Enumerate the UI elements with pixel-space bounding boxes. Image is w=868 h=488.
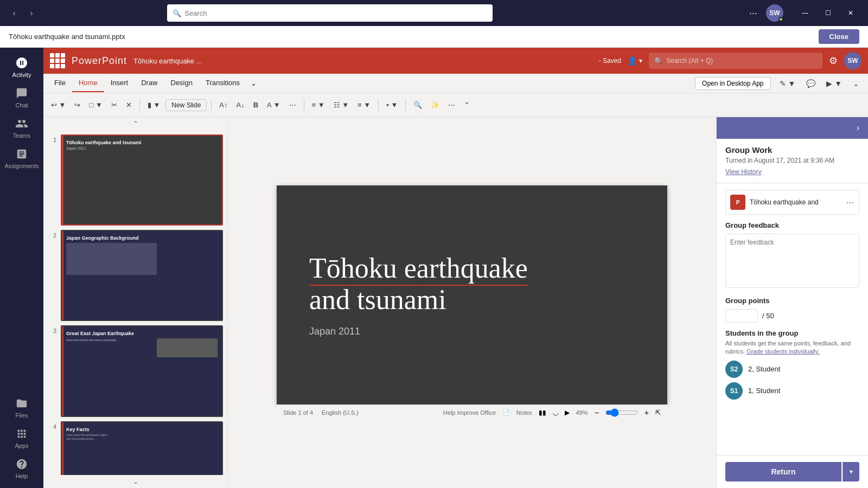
ribbon-actions: ✎ ▼ 💬 ▶ ▼ ⌄ bbox=[775, 77, 864, 90]
align-button[interactable]: ≡ ▼ bbox=[354, 99, 374, 111]
slide-red-bar-1 bbox=[62, 136, 63, 224]
notes-icon[interactable]: 📄 bbox=[502, 409, 510, 416]
slide-thumb-2[interactable]: Japan Geographic Background bbox=[61, 230, 223, 321]
ribbon-tab-draw[interactable]: Draw bbox=[135, 74, 164, 92]
slide-thumb-4[interactable]: Key Facts Facts about the earthquake reg… bbox=[61, 421, 223, 475]
redo-button[interactable]: ↪ bbox=[71, 99, 84, 111]
view-toggle-button[interactable]: ▮▮ bbox=[539, 409, 546, 416]
shapes-button[interactable]: ▪ ▼ bbox=[383, 99, 401, 111]
bullets-button[interactable]: ≡ ▼ bbox=[309, 99, 328, 111]
scroll-down-arrow[interactable]: ⌄ bbox=[43, 475, 227, 488]
ribbon-tab-insert[interactable]: Insert bbox=[104, 74, 135, 92]
sidebar-item-files[interactable]: Files bbox=[2, 393, 41, 423]
comment-button[interactable]: 💬 bbox=[802, 77, 820, 90]
avatar[interactable]: SW bbox=[766, 4, 783, 22]
feedback-textarea[interactable] bbox=[725, 234, 859, 288]
forward-button[interactable]: › bbox=[24, 5, 39, 21]
close-button[interactable]: ✕ bbox=[840, 5, 861, 21]
animation-button[interactable]: ✨ bbox=[427, 99, 443, 111]
assignments-icon bbox=[15, 147, 28, 160]
points-input[interactable] bbox=[725, 309, 758, 323]
grade-individually-link[interactable]: Grade students individually. bbox=[746, 348, 819, 355]
sidebar-item-teams[interactable]: Teams bbox=[2, 113, 41, 143]
help-icon bbox=[15, 458, 28, 471]
maximize-button[interactable]: ☐ bbox=[817, 5, 839, 21]
zoom-slider[interactable] bbox=[605, 408, 638, 417]
zoom-in-button[interactable]: + bbox=[644, 408, 649, 417]
ribbon-tab-home[interactable]: Home bbox=[72, 74, 104, 92]
slide-sorter-button[interactable]: ◡ bbox=[553, 409, 558, 416]
sidebar-item-help[interactable]: Help bbox=[2, 453, 41, 484]
student-initials-s1: S1 bbox=[730, 387, 738, 395]
ppt-search-bar[interactable]: 🔍 bbox=[649, 53, 822, 69]
slide-scroll-area[interactable]: 1 Tōhoku earthquake and tsunami Japan 20… bbox=[43, 130, 227, 475]
teams-icon bbox=[15, 117, 28, 130]
search-toolbar-button[interactable]: 🔍 bbox=[410, 99, 425, 111]
points-max: / 50 bbox=[762, 312, 774, 320]
cut-button[interactable]: ✂ bbox=[108, 99, 120, 111]
fit-button[interactable]: ⇱ bbox=[655, 409, 661, 416]
font-size-down-button[interactable]: A↓ bbox=[233, 99, 248, 111]
grid-icon[interactable] bbox=[50, 53, 65, 68]
ribbon-tab-file[interactable]: File bbox=[48, 74, 72, 92]
slide-red-bar-3 bbox=[62, 326, 63, 415]
sidebar-item-assignments[interactable]: Assignments bbox=[2, 143, 41, 174]
ribbon-tab-design[interactable]: Design bbox=[164, 74, 199, 92]
back-button[interactable]: ‹ bbox=[7, 5, 22, 21]
ribbon-more-icon[interactable]: ⌄ bbox=[246, 75, 261, 92]
activity-icon bbox=[15, 56, 28, 69]
search-bar[interactable]: 🔍 bbox=[167, 4, 493, 22]
more-ribbon-button[interactable]: ⌄ bbox=[848, 77, 864, 90]
bold-button[interactable]: B bbox=[250, 99, 261, 111]
undo-button[interactable]: ↩ ▼ bbox=[48, 99, 69, 111]
close-file-button[interactable]: Close bbox=[819, 29, 859, 44]
toolbar-sep-4 bbox=[378, 100, 379, 111]
right-panel-scroll-icon[interactable]: › bbox=[857, 123, 859, 133]
open-desktop-button[interactable]: Open in Desktop App bbox=[695, 77, 770, 90]
font-color-button[interactable]: A ▼ bbox=[264, 99, 283, 111]
ppt-search-input[interactable] bbox=[666, 57, 817, 65]
slide-item-4[interactable]: 4 Key Facts Facts about the earthquake r… bbox=[48, 421, 223, 475]
file-attachment: P Tōhoku earthquake and ⋯ bbox=[725, 190, 859, 215]
draw-tool-button[interactable]: ✎ ▼ bbox=[775, 77, 800, 90]
new-slide-button[interactable]: New Slide bbox=[165, 99, 207, 111]
numbering-button[interactable]: ☷ ▼ bbox=[330, 99, 352, 111]
more-format-button[interactable]: ⋯ bbox=[286, 99, 299, 111]
more-toolbar-button[interactable]: ⋯ bbox=[445, 99, 458, 111]
sidebar-item-apps[interactable]: Apps bbox=[2, 423, 41, 453]
collapse-button[interactable]: ⌃ bbox=[461, 99, 473, 111]
font-size-up-button[interactable]: A↑ bbox=[216, 99, 231, 111]
sidebar-item-activity[interactable]: Activity bbox=[2, 52, 41, 82]
toolbar-sep-3 bbox=[304, 100, 304, 111]
search-input[interactable] bbox=[184, 9, 487, 17]
slide-item-1[interactable]: 1 Tōhoku earthquake and tsunami Japan 20… bbox=[48, 134, 223, 226]
slide-thumb-3[interactable]: Great East Japan Earthquake Some text co… bbox=[61, 325, 223, 416]
ppt-gear-icon[interactable]: ⚙ bbox=[829, 55, 838, 67]
layout-button[interactable]: ▮ ▼ bbox=[144, 99, 163, 111]
scroll-up-arrow[interactable]: ⌃ bbox=[43, 117, 227, 130]
slide-item-2[interactable]: 2 Japan Geographic Background bbox=[48, 230, 223, 321]
present-status-button[interactable]: ▶ bbox=[565, 409, 570, 416]
notes-label[interactable]: Notes bbox=[516, 409, 532, 416]
ribbon-tab-transitions[interactable]: Transitions bbox=[199, 74, 246, 92]
return-dropdown-button[interactable]: ▾ bbox=[843, 462, 859, 481]
more-options-button[interactable]: ··· bbox=[745, 5, 762, 21]
zoom-out-button[interactable]: − bbox=[595, 408, 599, 417]
delete-button[interactable]: ✕ bbox=[123, 99, 135, 111]
present-button[interactable]: ▶ ▼ bbox=[822, 77, 846, 90]
slide-thumb-1[interactable]: Tōhoku earthquake and tsunami Japan 2011 bbox=[61, 134, 223, 226]
ribbon-menu: File Home Insert Draw Design Transitions… bbox=[43, 74, 868, 93]
copy-button[interactable]: □ ▼ bbox=[86, 99, 105, 111]
minimize-button[interactable]: — bbox=[794, 5, 816, 21]
return-button[interactable]: Return bbox=[725, 462, 841, 481]
student-name-s1: 1, Student bbox=[748, 387, 780, 395]
sidebar-item-chat[interactable]: Chat bbox=[2, 82, 41, 113]
ppt-search-icon: 🔍 bbox=[654, 57, 663, 65]
slide-canvas[interactable]: Tōhoku earthquake and tsunami Japan 2011 bbox=[277, 185, 667, 404]
students-title: Students in the group bbox=[725, 329, 859, 337]
file-more-button[interactable]: ⋯ bbox=[846, 197, 854, 208]
ppt-user-avatar[interactable]: SW bbox=[844, 52, 861, 69]
right-panel-header: Group Work Turned in August 17, 2021 at … bbox=[717, 139, 868, 183]
view-history-link[interactable]: View History bbox=[725, 168, 761, 176]
slide-item-3[interactable]: 3 Great East Japan Earthquake Some text … bbox=[48, 325, 223, 416]
